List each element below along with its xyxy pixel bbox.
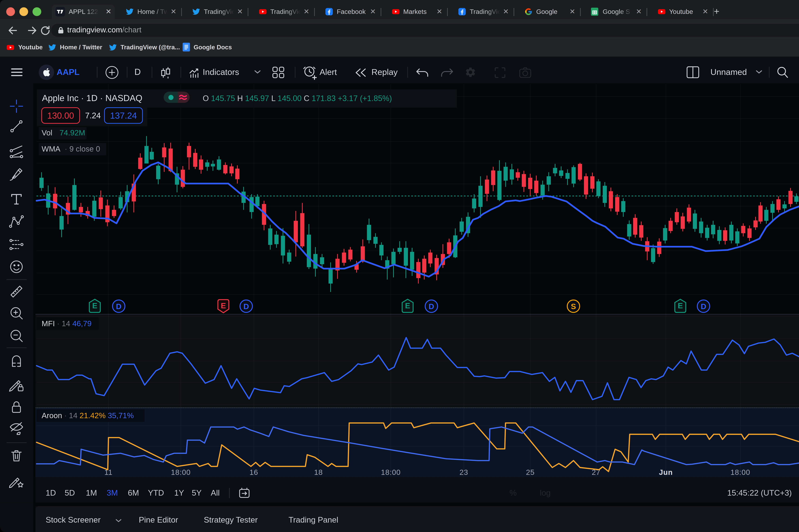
svg-text:E: E xyxy=(405,301,410,310)
svg-text:D: D xyxy=(429,302,434,311)
svg-text:E: E xyxy=(678,301,683,310)
svg-text:D: D xyxy=(243,302,249,311)
svg-text:E: E xyxy=(221,301,226,310)
svg-text:S: S xyxy=(571,302,576,311)
svg-text:D: D xyxy=(116,302,122,311)
svg-text:D: D xyxy=(701,302,706,311)
svg-text:E: E xyxy=(92,301,97,310)
